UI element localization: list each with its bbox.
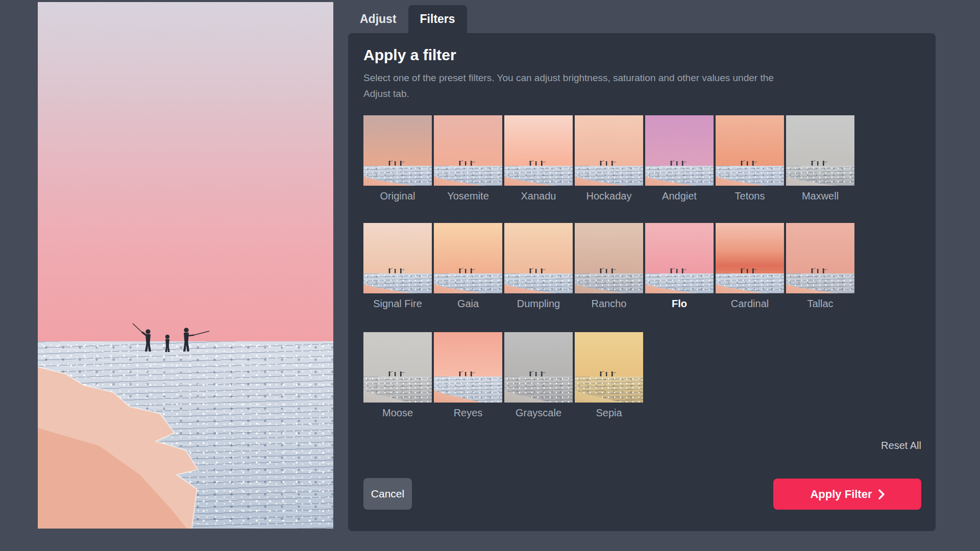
photo-sand (38, 341, 333, 529)
apply-filter-button[interactable]: Apply Filter (773, 479, 921, 510)
filter-thumbnail-image (363, 115, 432, 186)
filter-thumbnail-image (504, 223, 573, 293)
filter-name: Moose (363, 407, 432, 419)
fishermen-silhouette-mini (666, 268, 690, 274)
filter-name: Signal Fire (363, 298, 432, 310)
app-window: Adjust Filters Apply a filter Select one… (0, 0, 980, 551)
filter-thumb-sepia[interactable]: Sepia (575, 332, 643, 419)
filter-thumbnail-image (786, 223, 854, 293)
filter-thumb-maxwell[interactable]: Maxwell (786, 115, 854, 202)
fishermen-silhouette-mini (595, 268, 620, 274)
filter-thumb-xanadu[interactable]: Xanadu (504, 115, 573, 202)
filter-thumb-rancho[interactable]: Rancho (575, 223, 643, 310)
filter-thumbnail-image (434, 223, 502, 293)
filters-panel: Apply a filter Select one of the preset … (348, 33, 936, 531)
filter-thumb-dumpling[interactable]: Dumpling (504, 223, 573, 310)
filter-row-1: Original Yosemite (363, 115, 854, 202)
filter-thumb-tallac[interactable]: Tallac (786, 223, 854, 310)
filter-thumb-flo[interactable]: Flo (645, 223, 714, 310)
fishermen-silhouette-mini (666, 160, 690, 167)
filter-name: Original (363, 190, 432, 202)
filter-name: Grayscale (504, 407, 573, 419)
filter-thumb-andgiet[interactable]: Andgiet (645, 115, 714, 202)
filter-name: Yosemite (434, 190, 502, 202)
filter-name: Sepia (575, 407, 643, 419)
filter-row-3: Moose Reyes (363, 332, 643, 419)
filter-name: Tallac (786, 298, 854, 310)
cancel-button[interactable]: Cancel (363, 478, 412, 510)
fishermen-silhouette-mini (736, 160, 761, 167)
filter-thumbnail-image (716, 223, 784, 293)
chevron-right-icon (878, 489, 885, 499)
filter-name: Cardinal (716, 298, 784, 310)
fishermen-silhouette-mini (595, 160, 620, 167)
filter-thumb-tetons[interactable]: Tetons (716, 115, 784, 202)
fishermen-silhouette-mini (384, 268, 408, 274)
filter-thumb-yosemite[interactable]: Yosemite (434, 115, 502, 202)
filter-thumbnail-image (645, 223, 714, 293)
fishermen-silhouette-mini (736, 268, 761, 274)
fishermen-silhouette-mini (384, 371, 408, 378)
filter-thumb-original[interactable]: Original (363, 115, 432, 202)
filter-thumb-reyes[interactable]: Reyes (434, 332, 502, 419)
filter-name: Reyes (434, 407, 502, 419)
fishermen-silhouettes (38, 323, 333, 355)
filter-thumbnail-image (645, 115, 714, 186)
filter-thumbnail-image (434, 115, 502, 186)
filter-thumbnail-image (716, 115, 784, 186)
fishermen-silhouette-mini (525, 268, 549, 274)
filter-thumbnail-image (434, 332, 502, 403)
filter-name: Hockaday (575, 190, 643, 202)
filter-thumb-grayscale[interactable]: Grayscale (504, 332, 573, 419)
filter-thumbnail-image (575, 332, 643, 403)
filter-thumbnail-image (575, 115, 643, 186)
fishermen-silhouette-mini (454, 268, 479, 274)
fishermen-silhouette-mini (454, 160, 479, 167)
filter-thumbnail-image (363, 223, 432, 293)
filter-thumb-moose[interactable]: Moose (363, 332, 432, 419)
filter-name: Flo (645, 298, 714, 310)
filter-thumb-hockaday[interactable]: Hockaday (575, 115, 643, 202)
filter-thumb-signal-fire[interactable]: Signal Fire (363, 223, 432, 310)
filter-thumb-cardinal[interactable]: Cardinal (716, 223, 784, 310)
filter-thumbnail-image (786, 115, 854, 186)
photo-sky (38, 2, 333, 341)
panel-description: Select one of the preset filters. You ca… (363, 70, 792, 102)
filter-thumbnail-image (575, 223, 643, 293)
filter-thumb-gaia[interactable]: Gaia (434, 223, 502, 310)
page-title: Apply a filter (363, 46, 456, 64)
filter-name: Dumpling (504, 298, 573, 310)
filter-name: Andgiet (645, 190, 714, 202)
fishermen-silhouette-mini (384, 160, 408, 167)
tab-bar: Adjust Filters (348, 5, 467, 33)
fishermen-silhouette-mini (525, 371, 549, 378)
filter-thumbnail-image (363, 332, 432, 403)
fishermen-silhouette-mini (806, 268, 831, 274)
filter-name: Maxwell (786, 190, 854, 202)
apply-filter-label: Apply Filter (810, 488, 872, 501)
fishermen-silhouette-mini (454, 371, 479, 378)
filter-row-2: Signal Fire Gaia (363, 223, 854, 310)
tab-filters[interactable]: Filters (408, 5, 467, 33)
filter-name: Rancho (575, 298, 643, 310)
filter-thumbnail-image (504, 115, 573, 186)
filter-thumbnail-image (504, 332, 573, 403)
tab-adjust[interactable]: Adjust (348, 5, 408, 33)
fishermen-silhouette-mini (595, 371, 620, 378)
filter-name: Tetons (716, 190, 784, 202)
photo-preview (38, 2, 333, 529)
filter-name: Xanadu (504, 190, 573, 202)
reset-all-link[interactable]: Reset All (881, 440, 921, 452)
filter-name: Gaia (434, 298, 502, 310)
fishermen-silhouette-mini (806, 160, 831, 167)
fishermen-silhouette-mini (525, 160, 549, 167)
